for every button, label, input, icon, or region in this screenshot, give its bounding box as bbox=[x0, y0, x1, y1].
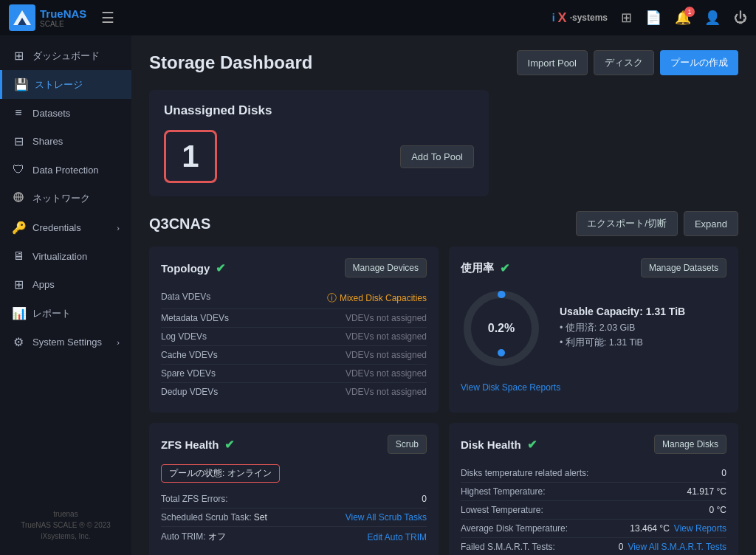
credentials-arrow: › bbox=[117, 224, 120, 232]
view-smart-tests-link[interactable]: View All S.M.A.R.T. Tests bbox=[628, 542, 726, 552]
manage-datasets-button[interactable]: Manage Datasets bbox=[641, 258, 726, 278]
sidebar-item-virtualization[interactable]: 🖥 Virtualization bbox=[0, 242, 131, 270]
notification-badge: 1 bbox=[684, 7, 695, 17]
table-row: Scheduled Scrub Task: Set View All Scrub… bbox=[161, 509, 427, 527]
table-row: Cache VDEVs VDEVs not assigned bbox=[161, 346, 427, 365]
pool-cards-grid: Topology ✔ Manage Devices Data VDEVs ⓘ M… bbox=[149, 247, 738, 555]
sidebar-item-apps-label: Apps bbox=[32, 279, 55, 290]
power-icon[interactable]: ⏻ bbox=[734, 10, 747, 26]
reports-icon: 📊 bbox=[12, 306, 25, 320]
page-title: Storage Dashboard bbox=[149, 52, 312, 73]
company: iXsystems, Inc. bbox=[12, 531, 120, 542]
data-protection-icon: 🛡 bbox=[12, 163, 25, 176]
usage-header: 使用率 ✔ Manage Datasets bbox=[461, 258, 726, 278]
usage-details: Usable Capacity: 1.31 TiB 使用済: 2.03 GiB … bbox=[560, 306, 685, 351]
hamburger-button[interactable]: ☰ bbox=[101, 9, 114, 27]
table-row: Lowest Temperature: 0 °C bbox=[461, 501, 726, 520]
shares-icon: ⊟ bbox=[12, 134, 25, 148]
expand-pool-button[interactable]: Expand bbox=[684, 211, 738, 236]
topology-card: Topology ✔ Manage Devices Data VDEVs ⓘ M… bbox=[149, 247, 439, 413]
apps-icon: ⊞ bbox=[12, 278, 25, 292]
sidebar-item-system-settings-label: System Settings bbox=[32, 337, 102, 348]
topbar-left: TrueNAS SCALE ☰ bbox=[9, 4, 114, 31]
zfs-health-card: ZFS Health ✔ Scrub プールの状態: オンライン Total Z… bbox=[149, 423, 439, 555]
table-row: Metadata VDEVs VDEVs not assigned bbox=[161, 309, 427, 328]
auto-trim-label: Auto TRIM: オフ bbox=[161, 531, 226, 543]
view-scrub-tasks-link[interactable]: View All Scrub Tasks bbox=[346, 512, 427, 523]
table-row: Data VDEVs ⓘ Mixed Disk Capacities bbox=[161, 288, 427, 309]
edit-auto-trim-link[interactable]: Edit Auto TRIM bbox=[368, 532, 427, 542]
warn-circle-icon: ⓘ bbox=[327, 292, 337, 305]
page-actions: Import Pool ディスク プールの作成 bbox=[517, 50, 738, 75]
file-icon[interactable]: 📄 bbox=[645, 10, 662, 26]
import-pool-button[interactable]: Import Pool bbox=[517, 50, 588, 75]
disk-health-header: Disk Health ✔ Manage Disks bbox=[461, 435, 726, 454]
sidebar-item-shares-label: Shares bbox=[32, 136, 63, 147]
sidebar-item-datasets-label: Datasets bbox=[32, 108, 70, 119]
disk-health-card: Disk Health ✔ Manage Disks Disks tempera… bbox=[449, 423, 738, 555]
page-header: Storage Dashboard Import Pool ディスク プールの作… bbox=[149, 50, 738, 75]
logo: TrueNAS SCALE bbox=[9, 4, 86, 31]
sidebar-item-datasets[interactable]: ≡ Datasets bbox=[0, 99, 131, 127]
sidebar-item-network-label: ネットワーク bbox=[32, 192, 90, 205]
system-settings-icon: ⚙ bbox=[12, 335, 25, 349]
scrub-task-label: Scheduled Scrub Task: Set bbox=[161, 512, 267, 523]
pool-status-badge: プールの状態: オンライン bbox=[161, 464, 280, 483]
table-row: Dedup VDEVs VDEVs not assigned bbox=[161, 383, 427, 401]
usage-available: 利用可能: 1.31 TiB bbox=[560, 337, 685, 349]
sidebar-item-reports[interactable]: 📊 レポート bbox=[0, 299, 131, 328]
usage-capacity: Usable Capacity: 1.31 TiB bbox=[560, 306, 685, 317]
usage-used: 使用済: 2.03 GiB bbox=[560, 322, 685, 334]
svg-point-9 bbox=[498, 349, 505, 356]
sidebar: ⊞ ダッシュボード 💾 ストレージ ≡ Datasets ⊟ Shares 🛡 … bbox=[0, 35, 131, 555]
table-row: Total ZFS Errors: 0 bbox=[161, 490, 427, 509]
logo-text-group: TrueNAS SCALE bbox=[40, 7, 86, 28]
sidebar-item-credentials[interactable]: 🔑 Credentials › bbox=[0, 213, 131, 242]
scrub-button[interactable]: Scrub bbox=[388, 435, 427, 454]
sidebar-item-data-protection[interactable]: 🛡 Data Protection bbox=[0, 156, 131, 184]
sidebar-item-virtualization-label: Virtualization bbox=[32, 251, 87, 262]
credentials-icon: 🔑 bbox=[12, 221, 25, 235]
sidebar-item-reports-label: レポート bbox=[32, 307, 71, 320]
table-row: Auto TRIM: オフ Edit Auto TRIM bbox=[161, 527, 427, 547]
hostname: truenas bbox=[12, 509, 120, 520]
dashboard-icon: ⊞ bbox=[12, 49, 25, 63]
main-content: Storage Dashboard Import Pool ディスク プールの作… bbox=[131, 35, 756, 555]
unassigned-disks-body: 1 Add To Pool bbox=[164, 130, 474, 183]
datasets-icon: ≡ bbox=[12, 106, 25, 120]
sidebar-item-storage-label: ストレージ bbox=[35, 78, 83, 92]
unassigned-disks-title: Unassigned Disks bbox=[164, 103, 272, 118]
bell-icon[interactable]: 🔔 1 bbox=[675, 10, 691, 26]
pool-section: Q3CNAS エクスポート/切断 Expand Topology ✔ Manag… bbox=[149, 211, 738, 555]
gauge-area: 0.2% Usable Capacity: 1.31 TiB 使用済: 2.03… bbox=[461, 288, 726, 369]
export-pool-button[interactable]: エクスポート/切断 bbox=[576, 211, 678, 236]
usage-card: 使用率 ✔ Manage Datasets 0.2% bbox=[449, 247, 738, 413]
sidebar-item-system-settings[interactable]: ⚙ System Settings › bbox=[0, 328, 131, 356]
sidebar-item-network[interactable]: ネットワーク bbox=[0, 184, 131, 213]
sidebar-item-dashboard[interactable]: ⊞ ダッシュボード bbox=[0, 41, 131, 70]
manage-devices-button[interactable]: Manage Devices bbox=[345, 258, 427, 278]
disks-button[interactable]: ディスク bbox=[594, 50, 654, 75]
sidebar-footer: truenas TrueNAS SCALE ® © 2023 iXsystems… bbox=[0, 501, 131, 549]
storage-icon: 💾 bbox=[14, 77, 27, 92]
grid-icon[interactable]: ⊞ bbox=[621, 10, 632, 26]
view-reports-link[interactable]: View Reports bbox=[674, 523, 726, 534]
sidebar-item-apps[interactable]: ⊞ Apps bbox=[0, 270, 131, 299]
zfs-health-title: ZFS Health ✔ bbox=[161, 438, 234, 452]
sidebar-item-shares[interactable]: ⊟ Shares bbox=[0, 127, 131, 156]
usage-gauge: 0.2% bbox=[461, 288, 542, 369]
sidebar-item-dashboard-label: ダッシュボード bbox=[32, 49, 100, 63]
zfs-health-header: ZFS Health ✔ Scrub bbox=[161, 435, 427, 454]
truenas-logo-icon bbox=[9, 4, 35, 31]
topology-rows: Data VDEVs ⓘ Mixed Disk Capacities Metad… bbox=[161, 288, 427, 401]
sidebar-item-storage[interactable]: 💾 ストレージ bbox=[0, 70, 131, 99]
gauge-label: 0.2% bbox=[488, 322, 515, 335]
add-to-pool-button[interactable]: Add To Pool bbox=[400, 145, 474, 168]
view-disk-space-link[interactable]: View Disk Space Reports bbox=[461, 382, 560, 393]
create-pool-button[interactable]: プールの作成 bbox=[660, 50, 738, 75]
manage-disks-button[interactable]: Manage Disks bbox=[654, 435, 726, 454]
network-icon bbox=[12, 191, 25, 206]
zfs-errors-label: Total ZFS Errors: bbox=[161, 494, 228, 504]
user-icon[interactable]: 👤 bbox=[704, 10, 721, 26]
unassigned-header: Unassigned Disks bbox=[164, 103, 474, 118]
